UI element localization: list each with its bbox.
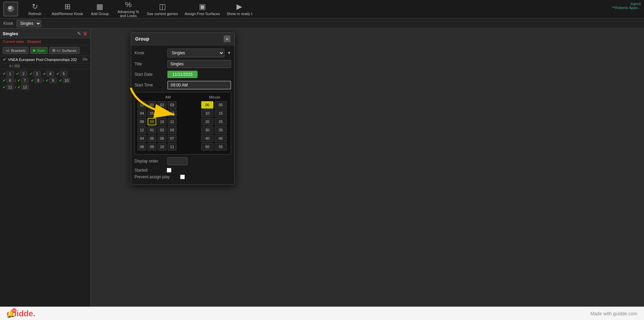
surfaces-button[interactable]: ⊞ +/- Surfaces	[49, 47, 79, 54]
refresh-button[interactable]: ↻ Refresh	[25, 2, 45, 16]
surfaces-icon: ⊞	[52, 48, 55, 53]
start-play-icon: ▶	[33, 48, 36, 53]
tp-hour-row-1: 12 01 02 03	[138, 101, 199, 109]
tp-hour-10b[interactable]: 10	[158, 143, 166, 150]
add-group-button[interactable]: ▦ Add Group	[90, 2, 110, 16]
tp-hour-07[interactable]: 07	[168, 110, 176, 117]
tp-hour-09b[interactable]: 09	[148, 143, 156, 150]
see-current-games-button[interactable]: ◫ See current games	[147, 2, 178, 16]
tp-hour-03b[interactable]: 03	[168, 126, 176, 134]
bottom-bar: guidde. 🔔 68 Made with guidde.com	[0, 307, 644, 320]
assign-free-surfaces-button[interactable]: ▣ Assign Free Surfaces	[184, 2, 220, 16]
user-info: logout ™Roberto Apan...	[611, 2, 641, 10]
show-ready-icon: ▶	[236, 2, 242, 11]
kiosk-dropdown-icon: ▼	[227, 51, 231, 55]
tp-hour-01[interactable]: 01	[148, 101, 156, 109]
tp-hour-08[interactable]: 08	[138, 118, 146, 125]
modal-close-button[interactable]: ×	[224, 36, 230, 42]
brackets-button[interactable]: +/- Brackets	[3, 47, 29, 54]
tp-min-25[interactable]: 25	[215, 118, 227, 125]
tp-hour-12[interactable]: 12	[138, 101, 146, 109]
tp-min-35[interactable]: 35	[215, 126, 227, 134]
kiosk-dropdown[interactable]: Singles	[16, 20, 41, 27]
bracket-cell-12: ✔ 12	[17, 84, 30, 90]
start-time-row: Start Time	[135, 81, 231, 89]
add-group-label: Add Group	[91, 12, 109, 16]
tp-hour-01b[interactable]: 01	[148, 126, 156, 134]
bracket-cell-7: ✔ 7	[17, 78, 30, 83]
sidebar-actions: +/- Brackets ▶ Start ⊞ +/- Surfaces	[0, 45, 90, 56]
bracket-row-1: ✔ 1 ✔ 2 ✔ 3 ✔ 4 ✔ 5	[3, 71, 88, 76]
tp-min-55[interactable]: 55	[215, 143, 227, 150]
kiosk-field-select[interactable]: Singles	[167, 49, 224, 57]
tp-hour-05b[interactable]: 05	[148, 135, 156, 142]
bracket-cell-9: ✔ 9	[46, 78, 58, 83]
advancing-locks-button[interactable]: % Advancing % and Locks	[117, 0, 140, 18]
tp-min-15[interactable]: 15	[215, 110, 227, 117]
tp-hour-02b[interactable]: 02	[158, 126, 166, 134]
title-row: Title	[135, 60, 231, 68]
tp-hour-04[interactable]: 04	[138, 110, 146, 117]
add-remove-kiosk-button[interactable]: ⊞ Add/Remove Kiosk	[52, 2, 83, 16]
tp-hour-08b[interactable]: 08	[138, 143, 146, 150]
time-picker: AM Minute 12 01 02 03 04	[135, 92, 231, 154]
tp-min-40[interactable]: 40	[201, 135, 213, 142]
tp-hour-06b[interactable]: 06	[158, 135, 166, 142]
tp-hour-row-5: 04 05 06 07	[138, 135, 199, 142]
advancing-locks-label: Advancing % and Locks	[117, 10, 140, 18]
edit-icon[interactable]: ✎	[77, 31, 81, 36]
display-order-label: Display order	[135, 159, 165, 164]
started-checkbox[interactable]	[167, 168, 171, 173]
minute-label: Minute	[201, 95, 228, 99]
tp-min-row-3: 20 25	[201, 118, 228, 125]
current-state-label: Current state :	[3, 40, 26, 44]
tp-hour-05[interactable]: 05	[148, 110, 156, 117]
tp-hour-02[interactable]: 02	[158, 101, 166, 109]
logout-link[interactable]: logout	[611, 2, 641, 6]
time-picker-grid: 12 01 02 03 04 05 06 07 08	[138, 101, 228, 151]
title-field-label: Title	[135, 62, 165, 66]
display-order-row: Display order	[135, 157, 231, 165]
start-date-button[interactable]: 11/11/2023	[167, 71, 198, 78]
tp-min-30[interactable]: 30	[201, 126, 213, 134]
tp-min-10[interactable]: 10	[201, 110, 213, 117]
tp-min-20[interactable]: 20	[201, 118, 213, 125]
add-remove-kiosk-icon: ⊞	[64, 2, 70, 11]
start-button[interactable]: ▶ Start	[30, 47, 48, 54]
tp-min-00[interactable]: 00	[201, 101, 213, 109]
show-ready-button[interactable]: ▶ Show m ready t	[227, 2, 252, 16]
bracket-row-3: ✔ 11 1 ✔ 12	[3, 84, 88, 90]
made-with-text: Made with guidde.com	[590, 311, 637, 316]
prevent-assign-checkbox[interactable]	[180, 175, 185, 179]
display-order-input[interactable]	[167, 157, 187, 165]
tp-hour-04b[interactable]: 04	[138, 135, 146, 142]
kiosk-bar-label: Kiosk	[3, 21, 13, 26]
tp-hour-10[interactable]: 10	[158, 118, 166, 125]
event-bar: ✔ VNEA European Pool Championships 202 0…	[0, 56, 90, 63]
bracket-cell-10: ✔ 10	[59, 78, 71, 83]
tp-hour-11[interactable]: 11	[168, 118, 176, 125]
tp-hour-11b[interactable]: 11	[168, 143, 176, 150]
refresh-icon: ↻	[32, 2, 38, 11]
am-label: AM	[138, 95, 199, 99]
tp-min-row-6: 50 55	[201, 143, 228, 150]
prevent-assign-row: Prevent assign play	[135, 175, 231, 179]
tp-hour-12b[interactable]: 12	[138, 126, 146, 134]
title-field-input[interactable]	[167, 60, 231, 68]
tp-hour-03[interactable]: 03	[168, 101, 176, 109]
sidebar-header-icons: ✎ 🗑	[77, 31, 88, 36]
delete-icon[interactable]: 🗑	[83, 31, 88, 36]
tp-min-50[interactable]: 50	[201, 143, 213, 150]
tp-hour-06[interactable]: 06	[158, 110, 166, 117]
bracket-cell-6: ✔ 6 1	[3, 78, 16, 83]
tp-min-45[interactable]: 45	[215, 135, 227, 142]
tp-hour-09[interactable]: 09	[148, 118, 156, 125]
start-time-input[interactable]	[167, 81, 231, 89]
event-progress-pct: 0%	[83, 58, 88, 61]
tp-hour-row-4: 12 01 02 03	[138, 126, 199, 134]
tp-min-05[interactable]: 05	[215, 101, 227, 109]
tp-hour-07b[interactable]: 07	[168, 135, 176, 142]
app-logo[interactable]: 🎱	[3, 2, 18, 16]
kiosk-bar: Kiosk Singles	[0, 18, 644, 28]
surfaces-label: +/- Surfaces	[56, 49, 76, 53]
